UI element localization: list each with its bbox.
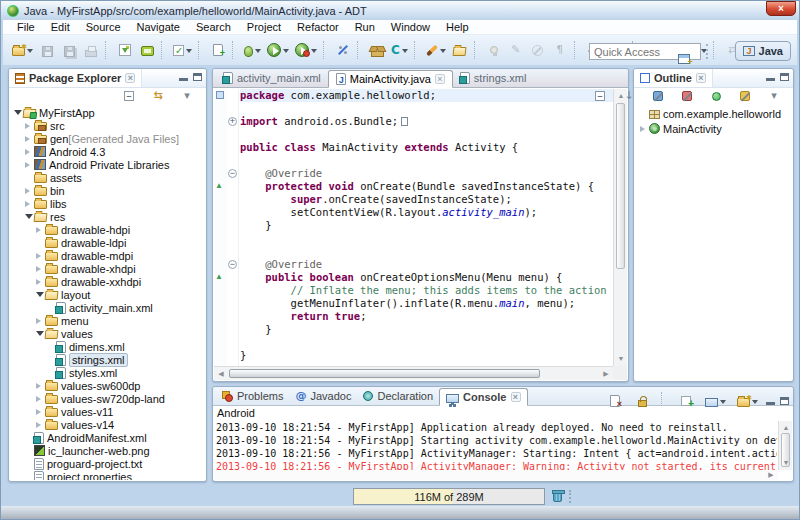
console-tab-declaration[interactable]: Declaration bbox=[357, 387, 439, 405]
open-element-dropdown-icon[interactable] bbox=[440, 49, 446, 56]
menu-navigate[interactable]: Navigate bbox=[129, 21, 188, 33]
tree-item-project-properties[interactable]: project.properties bbox=[10, 470, 205, 480]
tree-item-res[interactable]: res bbox=[10, 210, 205, 223]
tree-expander-icon[interactable] bbox=[35, 409, 45, 415]
tree-expander-icon[interactable] bbox=[24, 201, 34, 207]
editor-vertical-scrollbar[interactable]: ▲ ▼ bbox=[613, 89, 627, 366]
console-horizontal-scrollbar[interactable]: ▶ bbox=[214, 470, 778, 480]
scroll-right-icon[interactable]: ▶ bbox=[764, 470, 778, 480]
save-button[interactable] bbox=[37, 39, 57, 61]
hide-non-public-button[interactable] bbox=[706, 85, 726, 107]
run-history-dropdown-icon[interactable] bbox=[311, 49, 317, 56]
view-menu-button[interactable]: ▾ bbox=[764, 85, 784, 107]
tree-item-ic-launcher-web-png[interactable]: ic_launcher-web.png bbox=[10, 444, 205, 457]
collapse-all-button[interactable]: − bbox=[119, 85, 139, 107]
tree-item-values[interactable]: values bbox=[10, 327, 205, 340]
console-tab-problems[interactable]: Problems bbox=[216, 387, 289, 405]
scrollbar-thumb[interactable] bbox=[616, 103, 625, 269]
print-button[interactable] bbox=[81, 39, 101, 61]
menu-source[interactable]: Source bbox=[78, 21, 129, 33]
tree-expander-icon[interactable] bbox=[35, 266, 45, 272]
hide-local-types-button[interactable] bbox=[735, 85, 755, 107]
android-sdk-manager-button[interactable] bbox=[115, 39, 135, 61]
maximize-button[interactable] bbox=[780, 397, 789, 405]
menu-edit[interactable]: Edit bbox=[43, 21, 78, 33]
hide-fields-button[interactable] bbox=[648, 85, 668, 107]
tree-item-values-sw600dp[interactable]: values-sw600dp bbox=[10, 379, 205, 392]
menu-refactor[interactable]: Refactor bbox=[289, 21, 347, 33]
tree-expander-icon[interactable] bbox=[13, 106, 23, 119]
link-with-editor-button[interactable]: ⇆ bbox=[148, 85, 168, 107]
light-bulb-button[interactable] bbox=[484, 39, 504, 61]
menu-window[interactable]: Window bbox=[383, 21, 438, 33]
tree-item-drawable-xxhdpi[interactable]: drawable-xxhdpi bbox=[10, 275, 205, 288]
tree-item-drawable-xhdpi[interactable]: drawable-xhdpi bbox=[10, 262, 205, 275]
console-tab-console[interactable]: Console× bbox=[439, 388, 527, 406]
tree-item-proguard-project-txt[interactable]: proguard-project.txt bbox=[10, 457, 205, 470]
tree-expander-icon[interactable] bbox=[24, 136, 34, 142]
scrollbar-thumb[interactable] bbox=[229, 369, 540, 378]
collapsed-imports-icon[interactable] bbox=[401, 117, 408, 126]
minimize-button[interactable] bbox=[179, 78, 188, 81]
tree-item-values-sw720dp-land[interactable]: values-sw720dp-land bbox=[10, 392, 205, 405]
sort-button[interactable]: ↓ bbox=[619, 85, 639, 107]
outline-item-mainactivity[interactable]: MainActivity bbox=[635, 121, 792, 136]
tree-item-android-4-3[interactable]: Android 4.3 bbox=[10, 145, 205, 158]
minimize-button[interactable] bbox=[766, 78, 775, 81]
tree-item-assets[interactable]: assets bbox=[10, 171, 205, 184]
tree-item-bin[interactable]: bin bbox=[10, 184, 205, 197]
tree-item-dimens-xml[interactable]: dimens.xml bbox=[10, 340, 205, 353]
code-area[interactable]: package com.example.helloworld;import an… bbox=[240, 89, 613, 366]
tree-expander-icon[interactable] bbox=[639, 126, 649, 132]
open-perspective-icon[interactable] bbox=[678, 54, 690, 64]
scroll-down-icon[interactable]: ▼ bbox=[779, 456, 793, 470]
hide-static-members-button[interactable] bbox=[677, 85, 697, 107]
block-selection-button[interactable] bbox=[528, 39, 548, 61]
new-android-xml-button[interactable] bbox=[208, 39, 228, 61]
debug-button[interactable] bbox=[242, 39, 263, 61]
editor-tab-mainactivity-java[interactable]: MainActivity.java× bbox=[328, 70, 453, 88]
editor-horizontal-scrollbar[interactable]: ◀ ▶ bbox=[214, 366, 613, 380]
tree-expander-icon[interactable] bbox=[35, 383, 45, 389]
tree-expander-icon[interactable] bbox=[35, 396, 45, 402]
tree-item-android-private-libraries[interactable]: Android Private Libraries bbox=[10, 158, 205, 171]
console-output[interactable]: 2013-09-10 18:21:54 - MyFirstApp] Applic… bbox=[216, 421, 777, 470]
maximize-button[interactable] bbox=[193, 73, 202, 81]
tree-item-values-v11[interactable]: values-v11 bbox=[10, 405, 205, 418]
tree-item-layout[interactable]: layout bbox=[10, 288, 205, 301]
tree-item-drawable-hdpi[interactable]: drawable-hdpi bbox=[10, 223, 205, 236]
tree-item-styles-xml[interactable]: styles.xml bbox=[10, 366, 205, 379]
tree-item-src[interactable]: src bbox=[10, 119, 205, 132]
console-vertical-scrollbar[interactable]: ▲ ▼ bbox=[778, 421, 792, 470]
close-icon[interactable]: × bbox=[125, 73, 135, 83]
tree-expander-icon[interactable] bbox=[24, 162, 34, 168]
tree-item-drawable-ldpi[interactable]: drawable-ldpi bbox=[10, 236, 205, 249]
tree-expander-icon[interactable] bbox=[35, 318, 45, 324]
mark-occurrences-button[interactable]: ✎ bbox=[506, 39, 526, 61]
tree-item-menu[interactable]: menu bbox=[10, 314, 205, 327]
run-history-button[interactable] bbox=[293, 39, 319, 61]
tree-expander-icon[interactable] bbox=[35, 253, 45, 259]
console-tab-javadoc[interactable]: @Javadoc bbox=[289, 387, 357, 405]
new-junit-test-button[interactable] bbox=[171, 39, 194, 61]
show-whitespace-button[interactable]: ¶ bbox=[550, 39, 570, 61]
new-java-project-button[interactable] bbox=[367, 39, 387, 61]
run-garbage-collector-button[interactable] bbox=[551, 490, 564, 503]
open-resource-button[interactable] bbox=[450, 39, 470, 61]
close-icon[interactable]: × bbox=[696, 73, 706, 83]
collapse-fold-icon[interactable]: − bbox=[228, 260, 237, 269]
maximize-button[interactable] bbox=[780, 73, 789, 81]
close-icon[interactable]: × bbox=[511, 392, 521, 402]
menu-file[interactable]: File bbox=[9, 21, 43, 33]
tree-expander-icon[interactable] bbox=[35, 422, 45, 428]
tree-expander-icon[interactable] bbox=[24, 149, 34, 155]
tree-item-activity-main-xml[interactable]: activity_main.xml bbox=[10, 301, 205, 314]
annotation-ruler[interactable]: ▲▲ bbox=[214, 89, 227, 366]
run-button[interactable] bbox=[265, 39, 291, 61]
debug-dropdown-icon[interactable] bbox=[255, 49, 261, 56]
expand-fold-icon[interactable]: + bbox=[228, 117, 237, 126]
save-all-button[interactable] bbox=[59, 39, 79, 61]
menu-run[interactable]: Run bbox=[347, 21, 383, 33]
scroll-left-icon[interactable]: ◀ bbox=[214, 367, 228, 381]
scroll-down-icon[interactable]: ▼ bbox=[614, 352, 628, 366]
